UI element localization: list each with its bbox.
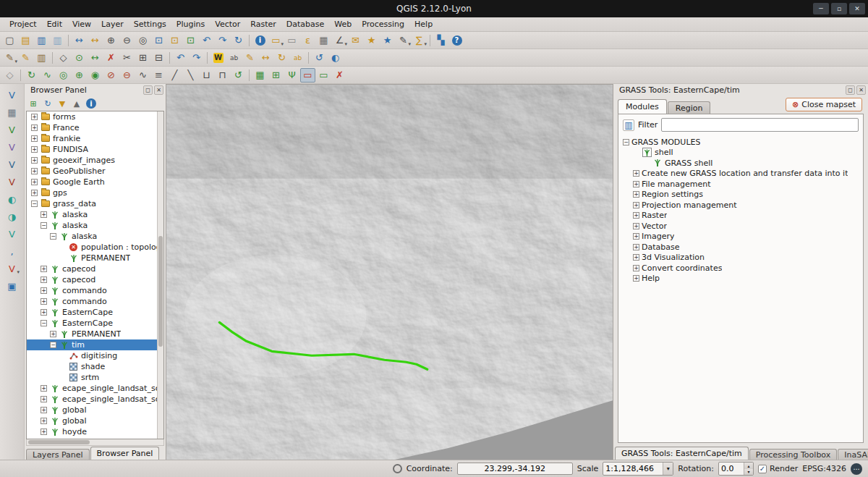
module-file-management[interactable]: +File management <box>618 179 863 190</box>
tab-modules[interactable]: Modules <box>618 99 667 114</box>
labeling-options-icon[interactable]: ab <box>226 51 242 65</box>
map-canvas[interactable] <box>166 84 613 460</box>
paste-features-icon[interactable]: ⊟ <box>151 51 166 65</box>
pin-labels-icon[interactable]: ✎ <box>242 51 258 65</box>
browser-item-permanent[interactable]: +PERMANENT <box>27 329 157 339</box>
rotation-up-icon[interactable]: ▴ <box>744 463 753 469</box>
menu-database[interactable]: Database <box>281 18 330 30</box>
browser-item-capecod[interactable]: +capecod <box>27 274 157 285</box>
statistical-summary-icon[interactable]: ∑ <box>412 33 427 48</box>
scrollbar-thumb[interactable] <box>28 440 90 444</box>
grass-tools-icon[interactable]: Ψ <box>284 68 299 83</box>
new-bookmark-icon[interactable]: ★ <box>364 33 379 48</box>
menu-processing[interactable]: Processing <box>357 18 409 30</box>
menu-raster[interactable]: Raster <box>245 18 281 30</box>
close-mapset-button[interactable]: ⊗ Close mapset <box>786 98 862 111</box>
split-parts-icon[interactable]: ╲ <box>183 68 198 83</box>
close-icon[interactable]: ✕ <box>849 3 865 14</box>
delete-ring-icon[interactable]: ⊘ <box>103 68 119 83</box>
menu-web[interactable]: Web <box>329 18 357 30</box>
zoom-next-icon[interactable]: ↷ <box>215 33 230 48</box>
save-project-icon[interactable]: ▥ <box>34 33 49 48</box>
expand-icon[interactable]: + <box>31 179 38 185</box>
expand-icon[interactable]: + <box>41 211 47 218</box>
module-convert-coordinates[interactable]: +Convert coordinates <box>618 263 863 274</box>
browser-hscrollbar[interactable] <box>26 439 164 446</box>
tab-inasafe-3-2-2[interactable]: InaSAFE 3.2.2 <box>838 449 868 460</box>
scale-input[interactable] <box>603 463 663 474</box>
menu-view[interactable]: View <box>67 18 96 30</box>
new-project-icon[interactable]: ▢ <box>2 33 17 48</box>
browser-item-geopublisher[interactable]: +GeoPublisher <box>27 166 157 177</box>
collapse-icon[interactable]: − <box>31 200 38 207</box>
float-panel-icon[interactable]: ◻ <box>143 85 153 95</box>
browser-item-capecod[interactable]: +capecod <box>27 263 157 274</box>
node-tool-icon[interactable]: ◇ <box>56 51 71 65</box>
add-spatialite-layer-icon[interactable]: V <box>4 140 20 154</box>
browser-item-alaska[interactable]: +alaska <box>27 209 157 220</box>
browser-item-forms[interactable]: +forms <box>27 111 157 122</box>
module-help[interactable]: +Help <box>618 274 863 284</box>
module-region-settings[interactable]: +Region settings <box>618 190 863 200</box>
merge-features-icon[interactable]: ⊔ <box>199 68 214 83</box>
collapse-icon[interactable]: − <box>623 139 629 145</box>
expand-icon[interactable]: + <box>633 202 639 208</box>
select-by-expression-icon[interactable]: ε <box>300 33 315 48</box>
expand-icon[interactable]: + <box>41 298 47 305</box>
expand-icon[interactable]: + <box>41 266 47 272</box>
expand-icon[interactable]: + <box>31 135 38 142</box>
expand-icon[interactable]: + <box>41 277 47 283</box>
menu-plugins[interactable]: Plugins <box>171 18 210 30</box>
zoom-to-layer-icon[interactable]: ⊡ <box>183 33 198 48</box>
collapse-icon[interactable]: − <box>50 342 56 348</box>
osm-download-icon[interactable]: ↺ <box>312 51 327 65</box>
tab-grass-tools-easterncape-tim[interactable]: GRASS Tools: EasternCape/tim <box>615 447 749 460</box>
add-feature-icon[interactable]: ⊙ <box>72 51 87 65</box>
mouse-position-icon[interactable] <box>393 464 402 473</box>
menu-settings[interactable]: Settings <box>129 18 171 30</box>
expand-icon[interactable]: + <box>31 114 38 120</box>
new-shapefile-layer-icon[interactable]: V <box>4 122 20 137</box>
expand-icon[interactable]: + <box>31 124 38 131</box>
browser-item-population-topology-r[interactable]: ✕population : topology r <box>27 242 157 253</box>
tab-browser-panel[interactable]: Browser Panel <box>90 447 160 460</box>
rotate-point-symbols-icon[interactable]: ↺ <box>231 68 246 83</box>
deselect-features-icon[interactable]: ▭ <box>284 33 299 48</box>
menu-edit[interactable]: Edit <box>42 18 67 30</box>
browser-item-commando[interactable]: +commando <box>27 285 157 296</box>
scale-combobox[interactable]: ▾ <box>603 462 673 476</box>
split-features-icon[interactable]: ╱ <box>167 68 182 83</box>
close-panel-icon[interactable]: ✕ <box>154 85 163 95</box>
menu-layer[interactable]: Layer <box>96 18 129 30</box>
expand-icon[interactable]: + <box>633 170 639 177</box>
module-grass-modules[interactable]: −GRASS MODULES <box>618 137 863 148</box>
undo-icon[interactable]: ↶ <box>173 51 188 65</box>
browser-vscrollbar[interactable] <box>157 111 163 439</box>
grass-close-mapset-icon[interactable]: ✗ <box>332 68 347 83</box>
browser-item-easterncape[interactable]: −EasternCape <box>27 318 157 329</box>
module-projection-management[interactable]: +Projection management <box>618 200 863 211</box>
zoom-last-icon[interactable]: ↶ <box>199 33 214 48</box>
menu-project[interactable]: Project <box>4 18 42 30</box>
scale-dropdown-icon[interactable]: ▾ <box>663 463 673 475</box>
module-shell[interactable]: shell <box>618 148 863 159</box>
move-label-icon[interactable]: ↔ <box>258 51 273 65</box>
browser-item-tim[interactable]: −tim <box>27 339 157 350</box>
merge-attributes-icon[interactable]: ⊓ <box>215 68 230 83</box>
browser-item-easterncape[interactable]: +EasternCape <box>27 307 157 318</box>
expand-icon[interactable]: + <box>41 396 47 402</box>
browser-item-alaska[interactable]: −alaska <box>27 220 157 231</box>
browser-item-ecape-single-landsat-scene[interactable]: +ecape_single_landsat_scene <box>27 383 157 394</box>
browser-item-geoexif-images[interactable]: +geoexif_images <box>27 155 157 166</box>
simplify-feature-icon[interactable]: ∿ <box>40 68 55 83</box>
grass-open-mapset-icon[interactable]: ▦ <box>252 68 268 83</box>
browser-item-hoyde[interactable]: +hoyde <box>27 437 157 439</box>
expand-icon[interactable]: + <box>633 244 639 250</box>
expand-icon[interactable]: + <box>31 190 38 196</box>
rotation-down-icon[interactable]: ▾ <box>744 469 753 476</box>
add-ring-icon[interactable]: ◎ <box>56 68 71 83</box>
expand-icon[interactable]: + <box>41 407 47 413</box>
help-contents-icon[interactable]: ? <box>449 33 464 48</box>
add-vector-layer-icon[interactable]: V <box>4 88 20 102</box>
zoom-native-icon[interactable]: ◎ <box>135 33 150 48</box>
